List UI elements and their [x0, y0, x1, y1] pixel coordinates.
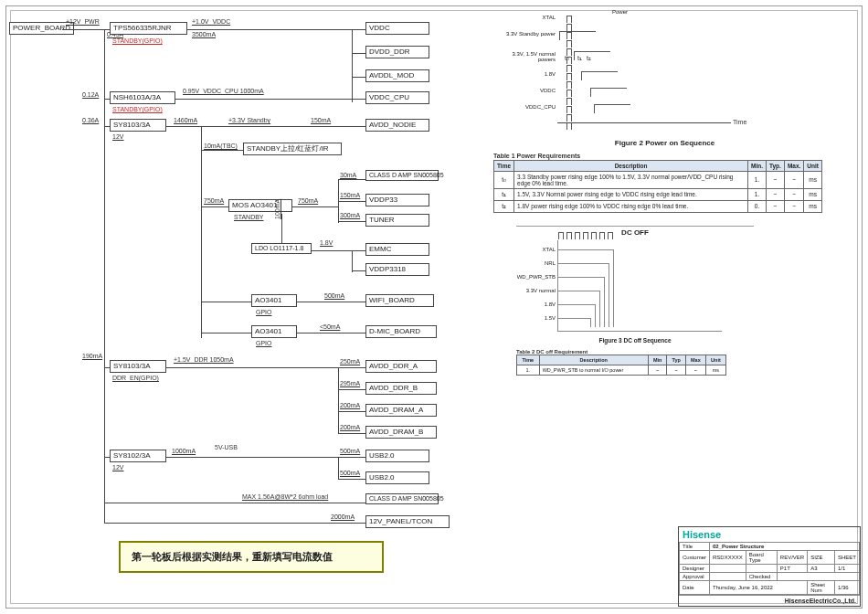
node-tps566335: TPS566335RJNR [110, 22, 187, 35]
lbl-30ma: 30mA [340, 172, 356, 179]
lbl-250ma: 250mA [340, 358, 360, 365]
power-req-table: Time Description Min. Typ. Max. Unit t₀ … [493, 160, 822, 213]
lbl-295ma: 295mA [340, 380, 360, 387]
node-vddp3318: VDDP3318 [365, 263, 429, 276]
sw2-sub: GPIO [256, 340, 272, 347]
th-typ: Typ. [767, 160, 785, 171]
node-usb2: USB2.0 [365, 471, 429, 484]
node-sy8102: SY8102/3A [110, 450, 166, 462]
th-min: Min. [748, 160, 767, 171]
t2h4: Max [685, 355, 705, 365]
node-mos-ao3401: MOS AO3401 [228, 199, 292, 212]
sy8103a-sub: 12V [112, 133, 123, 141]
node-panel: 12V_PANEL/TCON [365, 515, 450, 528]
t2r1: WD_PWR_STB to normal I/O power [539, 365, 648, 376]
t2h1: Description [539, 355, 648, 365]
lbl-lt50ma: <50mA [320, 323, 340, 331]
tb-date-l: Date [680, 581, 710, 595]
marker-t2: t₂ [587, 55, 591, 62]
lbl-750ma-in: 750mA [204, 197, 224, 205]
t2h2: Min [648, 355, 667, 365]
r1-t: t₁ [494, 188, 514, 200]
tb-size: A3 [808, 565, 835, 573]
label-12v-pwr: +12V_PWR [66, 18, 100, 26]
lbl-190ma: 190mA [82, 353, 102, 360]
node-ao3401-wifi: AO3401 [251, 294, 297, 307]
th-time: Time [494, 160, 514, 171]
node-classd-bot: CLASS D AMP SN005805 [365, 493, 439, 504]
lbl-1.8v: 1.8V [320, 239, 333, 247]
tb-date: Thursday, June 16, 2022 [710, 581, 808, 595]
dcoff-chart: XTAL NRL WD_PWR_STB 3.3V normal 1.8V 1.5… [557, 240, 722, 332]
tb-pg: 1/36 [834, 581, 859, 595]
lbl-150ma: 150mA [311, 117, 331, 124]
sy8103b-sub: DDR_EN(GPIO) [112, 375, 159, 382]
node-avdd-ddr-b: AVDD_DDR_B [365, 382, 437, 395]
lbl-750ma-out: 750mA [298, 197, 318, 205]
sig-normal: 3.3V, 1.5V normal powers [503, 51, 556, 62]
node-dvdd-ddr: DVDD_DDR [365, 46, 429, 58]
node-dmic: D-MIC_BOARD [365, 325, 437, 338]
r2-typ: ~ [767, 200, 785, 212]
node-ldo: LDO LO1117-1.8 [251, 243, 312, 254]
tb-app-l: Approval [680, 573, 710, 581]
lbl-0.95v: 0.95V_VDDC_CPU 1000mA [183, 88, 264, 95]
mos-sub: STANDBY [234, 214, 264, 221]
timing-chart: XTAL 3.3V Standby power 3.3V, 1.5V norma… [503, 15, 740, 133]
node-avddl-mod: AVDDL_MOD [365, 69, 429, 82]
sig-xtal: XTAL [503, 15, 556, 20]
r0-typ: ~ [767, 171, 785, 188]
lbl-300ma: 300mA [340, 212, 360, 219]
sy8102-sub: 12V [112, 464, 123, 471]
tb-sheet-l: SHEET [834, 551, 859, 565]
node-avdd-dram-a: AVDD_DRAM_A [365, 404, 437, 417]
dcoff-t2caption: Table 2 DC off Requirement [516, 349, 754, 355]
marker-t0: t₀ [565, 55, 569, 62]
lbl-2000ma: 2000mA [331, 513, 355, 521]
lbl-classd-i: MAX 1.56A@8W*2 6ohm load [242, 493, 328, 501]
t2r4: ~ [685, 365, 705, 376]
dc-sig0: XTAL [542, 247, 556, 252]
t2r0: 1. [517, 365, 540, 376]
sig-vddc-cpu: VDDC_CPU [503, 104, 556, 110]
tb-size-l: SIZE [808, 551, 835, 565]
callout-note: 第一轮板后根据实测结果，重新填写电流数值 [119, 541, 384, 573]
r1-typ: ~ [767, 188, 785, 200]
node-power-board: POWER_BOARD [9, 22, 74, 35]
node-classd-top: CLASS D AMP SN005805 [365, 170, 439, 181]
lbl-10ma: 10mA(TBC) [204, 143, 238, 150]
dc-sig2: WD_PWR_STB [517, 274, 556, 280]
lbl-150ma-vddp: 150mA [340, 192, 360, 199]
r2-min: 0. [748, 200, 767, 212]
lbl-200ma-b: 200mA [340, 424, 360, 431]
t2h5: Unit [705, 355, 725, 365]
r2-max: ~ [784, 200, 803, 212]
node-ao3401-dmic: AO3401 [251, 325, 297, 338]
tb-sheet: 1/1 [834, 565, 859, 573]
tb-title: 02_Power Structure [710, 543, 860, 551]
node-emmc: EMMC [365, 243, 429, 256]
tb-board-l: Board Type [746, 551, 777, 565]
lbl-500ma-wifi: 500mA [324, 292, 344, 300]
dc-sig3: 3.3V normal [526, 288, 556, 293]
node-vddc: VDDC [365, 22, 429, 35]
node-usb1: USB2.0 [365, 450, 429, 462]
lbl-0.36A: 0.36A [82, 117, 99, 124]
tb-cust: RSDXXXXX [710, 551, 746, 565]
tps-name: TPS566335RJNR [113, 24, 172, 32]
tb-rev-l: REV/VER [777, 551, 807, 565]
r1-u: ms [804, 188, 822, 200]
r0-u: ms [804, 171, 822, 188]
th-unit: Unit [804, 160, 822, 171]
r2-t: t₂ [494, 200, 514, 212]
r1-max: ~ [784, 188, 803, 200]
dcoff-section: DC OFF XTAL NRL WD_PWR_STB 3.3V normal 1… [516, 226, 754, 376]
lbl-3v3sb: +3.3V Standby [228, 117, 270, 124]
r0-min: 1. [748, 171, 767, 188]
lbl-1460ma: 1460mA [174, 117, 197, 124]
req-title: Table 1 Power Requirements [493, 153, 845, 160]
sig-vddc: VDDC [503, 88, 556, 93]
node-vddp33: VDDP33 [365, 194, 429, 206]
dc-sig5: 1.5V [545, 315, 556, 321]
r0-max: ~ [784, 171, 803, 188]
